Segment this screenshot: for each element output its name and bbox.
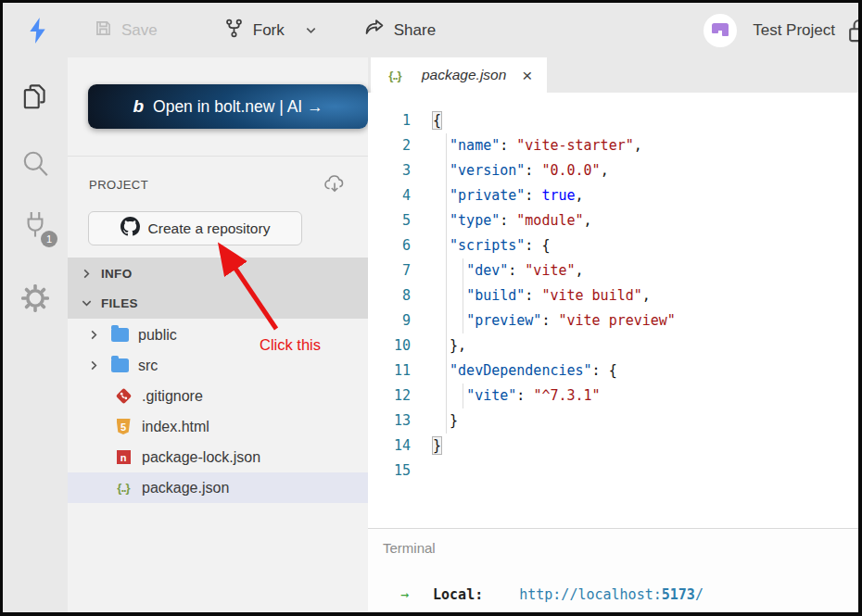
line-number: 15: [368, 459, 411, 484]
code-line: 12 "vite": "^7.3.1": [368, 383, 858, 409]
file-tree-item-package.json[interactable]: {..}package.json: [68, 472, 368, 503]
file-name: index.html: [142, 419, 209, 435]
tab-label: package.json: [422, 67, 506, 83]
folder-icon: [110, 328, 129, 342]
line-number: 1: [368, 108, 411, 133]
terminal-title: Terminal: [383, 540, 436, 556]
chevron-right-icon: [88, 359, 101, 371]
code-line: 4 "private": true,: [368, 183, 858, 208]
file-name: package.json: [142, 480, 229, 497]
project-avatar[interactable]: [704, 14, 737, 47]
code-line: 15: [368, 459, 858, 484]
chevron-right-icon: [81, 268, 93, 280]
line-number: 11: [368, 358, 411, 383]
html5-icon: 5: [114, 419, 133, 434]
panel-divider: [68, 156, 368, 157]
file-tree-item-index.html[interactable]: 5index.html: [68, 411, 368, 442]
tab-bar: {..} package.json ×: [368, 57, 858, 93]
share-button[interactable]: Share: [363, 18, 436, 43]
annotation-label: Click this: [260, 336, 321, 354]
ide-window: Save Fork Share Test Project: [0, 0, 862, 616]
close-tab-icon[interactable]: ×: [522, 67, 532, 84]
fork-button[interactable]: Fork: [223, 18, 285, 44]
file-name: package-lock.json: [142, 449, 260, 466]
line-number: 13: [368, 409, 411, 434]
chevron-right-icon: [88, 329, 101, 341]
code-line: 2 "name": "vite-starter",: [368, 133, 858, 158]
section-info[interactable]: INFO: [68, 259, 368, 287]
line-number: 9: [368, 308, 411, 333]
code-line: 8 "build": "vite build",: [368, 283, 858, 308]
file-explorer-panel: b Open in bolt.new | AI → PROJECT Create…: [68, 57, 368, 613]
line-number: 2: [368, 133, 411, 158]
line-number: 5: [368, 208, 411, 233]
chevron-down-icon: [81, 297, 93, 309]
project-name[interactable]: Test Project: [753, 21, 835, 40]
project-section-header: PROJECT: [68, 169, 368, 200]
terminal-arrow: →: [400, 586, 409, 603]
line-number: 14: [368, 434, 411, 459]
stackblitz-logo-icon[interactable]: [26, 17, 50, 44]
extensions-plug-icon[interactable]: 1: [17, 208, 54, 245]
code-editor[interactable]: 1{2 "name": "vite-starter",3 "version": …: [368, 93, 858, 528]
activity-bar: 1: [3, 57, 68, 613]
fork-label: Fork: [253, 21, 285, 40]
code-line: 5 "type": "module",: [368, 208, 858, 233]
file-name: .gitignore: [142, 388, 203, 405]
share-icon: [363, 18, 386, 43]
file-tree-item-public[interactable]: public: [68, 320, 368, 350]
line-number: 10: [368, 333, 411, 358]
line-number: 8: [368, 283, 411, 308]
code-line: 3 "version": "0.0.0",: [368, 158, 858, 183]
create-repository-button[interactable]: Create a repository: [88, 211, 302, 245]
section-files[interactable]: FILES: [68, 289, 368, 317]
terminal-network-line: →Network: use --host to expose: [383, 610, 676, 613]
json-file-icon: {..}: [114, 481, 133, 495]
line-number: 7: [368, 258, 411, 283]
bolt-logo: b: [133, 96, 144, 117]
open-in-bolt-label: Open in bolt.new | AI →: [153, 97, 323, 117]
code-line: 1{: [368, 108, 858, 133]
terminal-panel[interactable]: Terminal →Local:http://localhost:5173/ →…: [368, 529, 858, 613]
git-icon: [114, 387, 133, 405]
terminal-arrow: →: [400, 610, 409, 613]
lock-icon[interactable]: [846, 18, 862, 44]
editor-area: {..} package.json × 1{2 "name": "vite-st…: [368, 57, 858, 613]
terminal-local-url[interactable]: http://localhost:5173/: [519, 586, 704, 603]
create-repository-label: Create a repository: [148, 220, 271, 237]
code-line: 9 "preview": "vite preview": [368, 308, 858, 333]
open-in-bolt-button[interactable]: b Open in bolt.new | AI →: [88, 84, 368, 129]
files-icon[interactable]: [17, 78, 54, 115]
line-number: 6: [368, 233, 411, 258]
share-label: Share: [394, 21, 436, 40]
file-tree: publicsrc.gitignore5index.htmlnpackage-l…: [68, 320, 368, 503]
topbar-right-group: Test Project: [704, 14, 858, 47]
file-name: src: [138, 358, 158, 374]
top-toolbar: Save Fork Share Test Project: [3, 3, 858, 57]
project-section-label: PROJECT: [89, 178, 148, 192]
fork-chevron-down-icon[interactable]: [304, 23, 318, 37]
file-tree-item-src[interactable]: src: [68, 350, 368, 381]
tab-package-json[interactable]: {..} package.json ×: [371, 57, 547, 93]
save-label: Save: [121, 21, 158, 40]
terminal-local-label: Local:: [433, 586, 483, 603]
file-tree-item-.gitignore[interactable]: .gitignore: [68, 381, 368, 411]
save-button[interactable]: Save: [94, 19, 158, 43]
cloud-download-icon[interactable]: [323, 174, 346, 195]
file-name: public: [138, 327, 177, 344]
search-icon[interactable]: [17, 145, 54, 182]
code-line: 14}: [368, 434, 858, 459]
file-tree-item-package-lock.json[interactable]: npackage-lock.json: [68, 442, 368, 472]
code-line: 10 },: [368, 333, 858, 358]
line-number: 4: [368, 183, 411, 208]
extensions-badge: 1: [41, 231, 57, 247]
code-line: 11 "devDependencies": {: [368, 358, 858, 383]
indent-guide: [446, 133, 447, 434]
indent-guide: [463, 383, 463, 409]
github-icon: [120, 217, 140, 240]
gear-icon[interactable]: [17, 280, 54, 317]
json-file-icon: {..}: [386, 69, 404, 82]
line-number: 3: [368, 158, 411, 183]
npm-icon: n: [114, 450, 133, 464]
code-line: 13 }: [368, 409, 858, 434]
